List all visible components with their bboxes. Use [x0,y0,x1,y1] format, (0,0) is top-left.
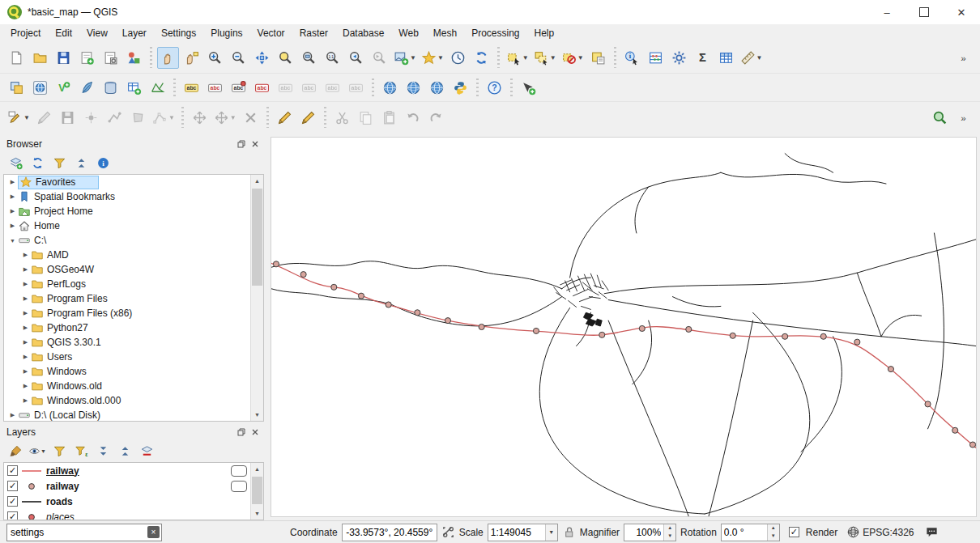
menu-web[interactable]: Web [391,25,425,41]
scroll-thumb[interactable] [252,477,262,504]
new-shapefile-layer-button[interactable]: V [53,77,75,99]
menu-layer[interactable]: Layer [115,25,154,41]
browser-item-program-files[interactable]: ▶Program Files [4,291,250,306]
open-layer-styling-button[interactable] [6,441,25,460]
metasearch-catalog-button[interactable] [29,77,51,99]
maximize-button[interactable] [905,0,943,24]
new-print-layout-button[interactable] [76,47,98,69]
zoom-native-button[interactable]: 1:1 [322,47,343,69]
clear-search-icon[interactable]: × [147,526,160,538]
browser-item-amd[interactable]: ▶AMD [4,248,250,262]
expander-icon[interactable]: ▶ [20,339,31,346]
help-contents-button[interactable]: ? [484,77,505,99]
menu-raster[interactable]: Raster [292,25,335,41]
browser-item-d-local-disk[interactable]: ▶D:\ (Local Disk) [4,408,250,421]
expander-icon[interactable]: ▶ [20,266,31,273]
new-map-view-button[interactable]: ▼ [392,47,418,69]
web-globe-1-button[interactable] [379,77,401,99]
expander-icon[interactable]: ▶ [20,397,31,404]
menu-plugins[interactable]: Plugins [203,25,249,41]
browser-item-users[interactable]: ▶Users [4,350,250,364]
expander-icon[interactable]: ▶ [7,412,18,418]
annotation-pencil-button[interactable] [297,107,319,129]
add-selected-layer-button[interactable] [6,153,25,172]
scroll-thumb[interactable] [252,189,262,286]
close-panel-icon[interactable] [249,138,261,150]
show-layout-manager-button[interactable] [100,47,121,69]
scroll-track[interactable] [251,475,263,507]
expander-icon[interactable]: ▶ [20,295,31,302]
expander-icon[interactable]: ▶ [20,252,31,258]
statistical-summary-button[interactable] [645,47,667,69]
expander-icon[interactable]: ▶ [7,193,18,200]
coordinate-input[interactable] [342,524,437,541]
menu-view[interactable]: View [79,25,115,41]
save-project-button[interactable] [53,47,75,69]
zoom-to-layer-button[interactable] [298,47,320,69]
layer-checkbox[interactable]: ✓ [7,481,18,491]
magnifier-spin[interactable]: ▲▼ [624,524,676,541]
open-attribute-table-button[interactable] [715,47,737,69]
menu-project[interactable]: Project [3,25,48,41]
vertex-editor-button[interactable] [518,77,539,99]
expander-icon[interactable]: ▶ [20,383,31,389]
remove-layer-button[interactable] [137,441,156,460]
pan-to-selection-button[interactable] [181,47,202,69]
properties-widget-button[interactable]: i [93,153,113,172]
browser-item-qgis-3-30-1[interactable]: ▶QGIS 3.30.1 [4,335,250,350]
close-button[interactable]: ✕ [943,0,980,24]
zoom-in-button[interactable] [204,47,226,69]
menu-processing[interactable]: Processing [464,25,526,41]
current-edits-button[interactable]: ▼ [6,107,32,129]
spin-up-icon[interactable]: ▲ [664,524,675,532]
menu-vector[interactable]: Vector [250,25,292,41]
browser-item-python27[interactable]: ▶Python27 [4,320,250,335]
filter-by-expression-button[interactable]: ε [71,441,91,460]
spin-down-icon[interactable]: ▼ [664,532,675,541]
browser-item-osgeo4w[interactable]: ▶OSGeo4W [4,262,250,277]
browser-item-favorites[interactable]: ▶Favorites [4,175,250,189]
python-console-button[interactable] [450,77,471,99]
osm-place-search-button[interactable] [929,107,951,129]
open-project-button[interactable] [29,47,51,69]
scale-input[interactable] [488,524,545,541]
minimize-button[interactable]: – [868,0,905,24]
browser-item-windows-old-000[interactable]: ▶Windows.old.000 [4,393,250,408]
filter-browser-button[interactable] [49,153,69,172]
temporal-controller-button[interactable] [447,47,469,69]
float-panel-icon[interactable] [236,426,247,438]
magnifier-input[interactable] [624,524,663,541]
select-features-button[interactable]: ▼ [505,47,530,69]
zoom-full-button[interactable] [251,47,273,69]
layer-checkbox[interactable]: ✓ [7,496,18,507]
float-panel-icon[interactable] [236,138,247,150]
lock-scale-icon[interactable] [562,525,576,539]
measure-button[interactable]: ▼ [739,47,765,69]
menu-help[interactable]: Help [527,25,562,41]
menu-database[interactable]: Database [335,25,391,41]
web-globe-2-button[interactable] [403,77,424,99]
select-by-form-button[interactable]: ▼ [532,47,558,69]
render-toggle[interactable]: ✓ Render [789,527,837,538]
collapse-all-layers-button[interactable] [115,441,134,460]
menu-edit[interactable]: Edit [48,25,79,41]
scale-combo[interactable]: ▼ [488,524,558,541]
expander-icon[interactable]: ▶ [7,223,18,229]
layer-diagram-button[interactable]: abc [204,77,226,99]
manage-map-themes-button[interactable]: ▼ [28,441,47,460]
expander-icon[interactable]: ▶ [20,354,31,360]
scroll-track[interactable] [251,187,263,409]
pin-labels-button[interactable]: abc [228,77,249,99]
spatial-bookmarks-button[interactable]: ▼ [420,47,445,69]
data-source-manager-button[interactable] [6,77,28,99]
expander-icon[interactable]: ▶ [20,368,31,375]
scale-dropdown-icon[interactable]: ▼ [545,524,557,541]
new-mesh-layer-button[interactable] [147,77,168,99]
scroll-down-icon[interactable]: ▼ [251,409,263,421]
expander-icon[interactable]: ▶ [7,179,18,185]
web-globe-3-button[interactable] [426,77,448,99]
browser-item-spatial-bookmarks[interactable]: ▶Spatial Bookmarks [4,189,250,204]
layer-labeling-button[interactable]: abc [181,77,202,99]
expander-icon[interactable]: ▶ [20,281,31,287]
new-project-button[interactable] [6,47,28,69]
